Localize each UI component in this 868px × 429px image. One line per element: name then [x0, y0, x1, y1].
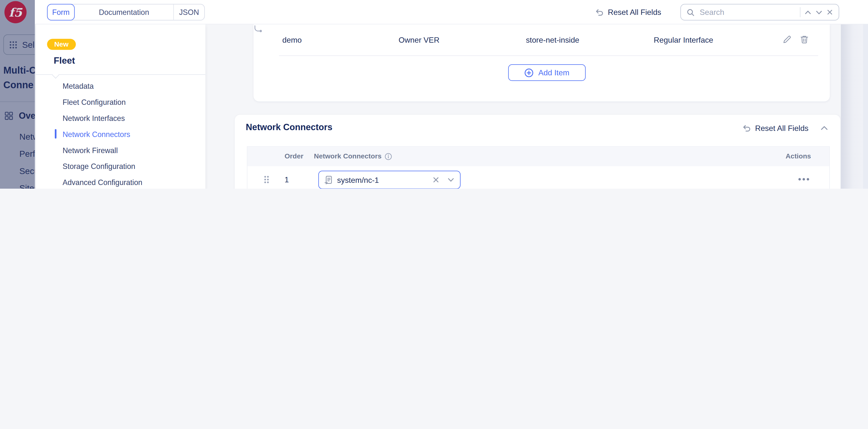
edit-icon[interactable] [782, 34, 792, 45]
section-title: Network Connectors [246, 122, 332, 132]
active-item-bar [55, 129, 57, 139]
service-title: Multi-C Conne [3, 63, 35, 92]
connectors-table-header: Order Network Connectors Actions [247, 147, 829, 167]
search-prev-icon[interactable] [804, 8, 812, 16]
collapse-chevron-icon[interactable] [820, 125, 828, 132]
screen: f5 Sele Multi-C Conne Ove Netw Perfo Sec… [0, 0, 868, 189]
fleet-nav-network-connectors[interactable]: Network Connectors [63, 128, 130, 139]
reference-doc-icon [324, 175, 333, 184]
selected-value: system/nc-1 [337, 175, 428, 184]
search-next-icon[interactable] [815, 8, 823, 16]
order-cell: 1 [285, 175, 289, 184]
sidebar-item-label: Secu [20, 166, 35, 176]
sidebar-item-security[interactable]: Secu [20, 166, 35, 177]
new-badge: New [47, 39, 76, 50]
network-interfaces-table-card: demo Owner VER store-net-inside Regular … [253, 24, 830, 102]
fleet-form-modal: New Fleet Metadata Fleet Configuration N… [35, 24, 841, 189]
search-box[interactable] [680, 4, 839, 21]
table-row: 1 system/nc-1 [247, 166, 829, 189]
search-icon [686, 8, 695, 16]
select-service-label: Sele [22, 40, 35, 50]
info-icon[interactable] [385, 152, 392, 160]
sidebar-item-performance[interactable]: Perfo [20, 148, 35, 160]
new-badge-label: New [54, 40, 68, 48]
fleet-nav-storage-configuration[interactable]: Storage Configuration [63, 161, 135, 172]
grid-4-icon [4, 111, 13, 120]
reset-all-fields-button[interactable]: Reset All Fields [595, 0, 661, 24]
fleet-nav-label: Fleet Configuration [63, 98, 126, 106]
add-item-button[interactable]: Add Item [508, 64, 586, 81]
sidebar-item-label: Ove [19, 111, 35, 121]
search-input[interactable] [699, 7, 796, 17]
service-title-line2: Conne [3, 78, 35, 92]
reset-all-fields-label: Reset All Fields [608, 8, 661, 17]
undo-icon [742, 123, 751, 132]
service-title-line1: Multi-C [3, 63, 35, 78]
search-divider [800, 7, 800, 17]
drag-handle-icon[interactable] [264, 176, 269, 183]
fleet-nav-label: Network Interfaces [63, 114, 125, 122]
sidebar-item-label: Netw [20, 132, 35, 142]
plus-circle-icon [524, 68, 534, 78]
row-divider [279, 55, 818, 56]
select-service-button[interactable]: Sele [3, 34, 35, 55]
interface-type-cell: Regular Interface [654, 36, 713, 45]
column-header-actions: Actions [786, 152, 811, 160]
delete-icon[interactable] [799, 34, 809, 45]
tab-label: Form [52, 8, 70, 16]
fleet-nav-label: Network Connectors [63, 130, 130, 138]
fleet-nav-advanced-configuration[interactable]: Advanced Configuration [63, 177, 143, 188]
connectors-table: Order Network Connectors Actions [247, 146, 830, 189]
section-reset-all-fields-button[interactable]: Reset All Fields [742, 123, 809, 132]
fleet-nav-network-interfaces[interactable]: Network Interfaces [63, 113, 125, 123]
clear-selection-icon[interactable] [432, 176, 440, 183]
f5-logo-text: f5 [9, 5, 22, 19]
tab-documentation[interactable]: Documentation [75, 4, 173, 20]
sidebar-item-label: Perfo [20, 149, 35, 159]
sidebar-item-sites[interactable]: Sites [20, 183, 35, 189]
chevron-down-icon[interactable] [447, 176, 455, 183]
sidebar-item-networking[interactable]: Netw [20, 132, 35, 142]
fleet-nav-panel: New Fleet Metadata Fleet Configuration N… [36, 24, 206, 189]
tab-form[interactable]: Form [47, 4, 75, 21]
undo-icon [595, 8, 604, 17]
interface-network-cell: store-net-inside [526, 36, 579, 45]
interface-owner-cell: Owner VER [399, 36, 439, 45]
fleet-nav-metadata[interactable]: Metadata [63, 81, 94, 91]
interface-name-cell: demo [282, 36, 302, 45]
tab-label: Documentation [99, 8, 149, 16]
column-header-order: Order [285, 152, 303, 160]
tab-json[interactable]: JSON [173, 4, 204, 20]
fleet-nav-label: Metadata [63, 82, 94, 90]
sidebar-item-label: Sites [20, 183, 35, 189]
tree-connector-icon [254, 26, 263, 34]
fleet-nav-label: Storage Configuration [63, 162, 135, 170]
fleet-nav-label: Network Firewall [63, 146, 118, 154]
section-reset-label: Reset All Fields [755, 123, 808, 132]
fleet-title: Fleet [54, 55, 75, 66]
fleet-title-text: Fleet [54, 55, 75, 65]
fleet-nav-label: Advanced Configuration [63, 178, 143, 187]
fleet-nav-network-firewall[interactable]: Network Firewall [63, 145, 118, 155]
caret-notch [52, 72, 59, 79]
add-item-label: Add Item [538, 68, 569, 77]
panel-divider [36, 74, 206, 75]
network-connectors-card: Network Connectors Reset All Fields Orde… [235, 115, 840, 189]
f5-logo: f5 [4, 1, 27, 23]
row-actions-menu-icon[interactable] [798, 178, 809, 181]
grid-9-icon [9, 40, 18, 49]
page-scrollbar[interactable] [863, 24, 868, 189]
fleet-nav-fleet-configuration[interactable]: Fleet Configuration [63, 96, 126, 108]
network-connector-select[interactable]: system/nc-1 [318, 171, 460, 189]
tab-label: JSON [179, 8, 199, 16]
sidebar-divider [0, 102, 35, 102]
form-view-tabs: Form Documentation JSON [47, 4, 205, 21]
app-sidebar: f5 Sele Multi-C Conne Ove Netw Perfo Sec… [0, 0, 35, 189]
column-header-network-connectors: Network Connectors [314, 152, 392, 160]
modal-top-bar: Form Documentation JSON Reset All Fields [35, 0, 868, 24]
sidebar-item-overview[interactable]: Ove [4, 110, 35, 121]
search-close-icon[interactable] [826, 9, 833, 16]
